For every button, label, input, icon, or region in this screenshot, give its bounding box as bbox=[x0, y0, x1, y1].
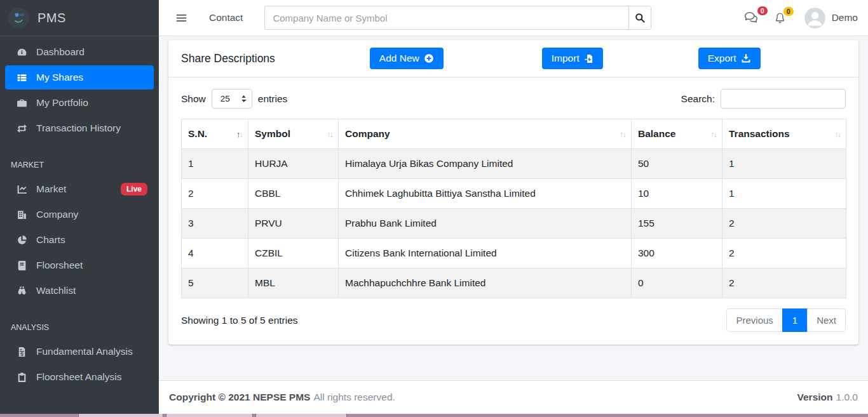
main-area: Contact 0 0 Demo bbox=[159, 0, 868, 414]
sidebar-item-fundamental-analysis[interactable]: Fundamental Analysis bbox=[5, 340, 154, 364]
sidebar-item-label: Floorsheet Analysis bbox=[36, 371, 121, 383]
brand-title: PMS bbox=[37, 11, 66, 25]
avatar bbox=[804, 8, 825, 29]
scrollbar-segment bbox=[255, 414, 347, 417]
table-row: 1 HURJA Himalaya Urja Bikas Company Limi… bbox=[182, 149, 846, 179]
cell-company: Chhimek Laghubitta Bittiya Sanstha Limit… bbox=[339, 179, 632, 209]
cell-symbol: HURJA bbox=[248, 149, 339, 179]
column-header-sn[interactable]: S.N.↑↓ bbox=[182, 119, 248, 149]
cell-company: Citizens Bank International Limited bbox=[339, 239, 632, 268]
sidebar-item-label: Fundamental Analysis bbox=[36, 346, 133, 357]
copyright-bold: Copyright © 2021 NEPSE PMS bbox=[169, 392, 310, 402]
previous-page-button[interactable]: Previous bbox=[726, 308, 782, 332]
cell-sn: 4 bbox=[182, 239, 248, 268]
sidebar-item-label: Company bbox=[36, 209, 78, 220]
topbar: Contact 0 0 Demo bbox=[159, 0, 868, 36]
export-button[interactable]: Export bbox=[698, 48, 761, 69]
add-new-label: Add New bbox=[379, 53, 419, 64]
table-header-row: S.N.↑↓ Symbol↑↓ Company↑↓ Balance↑↓ Tran… bbox=[182, 119, 846, 149]
sidebar-item-label: Watchlist bbox=[36, 285, 76, 296]
cell-balance: 155 bbox=[632, 209, 722, 239]
cell-company: Himalaya Urja Bikas Company Limited bbox=[339, 149, 632, 179]
messages-button[interactable]: 0 bbox=[740, 8, 763, 28]
import-button[interactable]: Import bbox=[542, 48, 603, 69]
page-length-control: Show 25 entries bbox=[181, 89, 287, 109]
shares-table: S.N.↑↓ Symbol↑↓ Company↑↓ Balance↑↓ Tran… bbox=[181, 119, 846, 298]
pagination: Previous 1 Next bbox=[726, 308, 846, 332]
column-header-balance[interactable]: Balance↑↓ bbox=[632, 119, 722, 149]
sidebar-item-dashboard[interactable]: Dashboard bbox=[5, 40, 154, 64]
hamburger-icon bbox=[175, 12, 187, 24]
company-search-group bbox=[264, 6, 651, 30]
app-window: PMS Dashboard My Shares My Portfolio Tra… bbox=[0, 0, 868, 417]
scrollbar-segment bbox=[166, 414, 253, 417]
table-footer: Showing 1 to 5 of 5 entries Previous 1 N… bbox=[181, 308, 846, 332]
chart-line-icon bbox=[15, 184, 28, 195]
card-body: Show 25 entries Search: bbox=[168, 77, 858, 345]
page-1-button[interactable]: 1 bbox=[782, 308, 808, 332]
topbar-right: 0 0 Demo bbox=[733, 8, 858, 29]
building-icon bbox=[15, 209, 28, 220]
version: Version1.0.0 bbox=[797, 392, 858, 403]
sidebar-item-label: Transaction History bbox=[36, 122, 121, 134]
sidebar-item-label: Floorsheet bbox=[36, 260, 83, 271]
sidebar-item-floorsheet-analysis[interactable]: Floorsheet Analysis bbox=[5, 365, 154, 389]
sidebar-item-company[interactable]: Company bbox=[5, 202, 154, 227]
book-icon bbox=[15, 260, 28, 271]
sidebar-item-my-shares[interactable]: My Shares bbox=[5, 65, 154, 89]
comments-icon bbox=[744, 11, 759, 24]
notifications-button[interactable]: 0 bbox=[771, 8, 789, 28]
horizontal-scrollbar[interactable] bbox=[0, 414, 868, 417]
export-label: Export bbox=[708, 53, 736, 64]
column-header-company[interactable]: Company↑↓ bbox=[339, 119, 632, 149]
contact-link[interactable]: Contact bbox=[209, 12, 243, 23]
cell-balance: 300 bbox=[632, 239, 722, 268]
page-length-select[interactable]: 25 bbox=[212, 89, 252, 109]
plus-circle-icon bbox=[424, 53, 434, 63]
sidebar-item-watchlist[interactable]: Watchlist bbox=[5, 279, 154, 303]
import-label: Import bbox=[552, 53, 580, 64]
sort-icon: ↑↓ bbox=[834, 129, 840, 139]
brand-link[interactable]: PMS bbox=[0, 0, 159, 36]
company-search-input[interactable] bbox=[264, 6, 628, 30]
sidebar-item-charts[interactable]: Charts bbox=[5, 228, 154, 252]
download-icon bbox=[741, 53, 751, 63]
content: Share Descriptions Add New Import Export bbox=[159, 36, 868, 345]
cell-transactions: 2 bbox=[722, 209, 846, 239]
show-label: Show bbox=[181, 93, 206, 105]
cell-sn: 5 bbox=[182, 268, 248, 298]
column-header-symbol[interactable]: Symbol↑↓ bbox=[248, 119, 339, 149]
entries-label: entries bbox=[258, 93, 288, 105]
sidebar-item-label: My Shares bbox=[36, 72, 83, 83]
sidebar-toggle-button[interactable] bbox=[173, 10, 190, 27]
table-search-input[interactable] bbox=[721, 89, 846, 109]
next-page-button[interactable]: Next bbox=[807, 308, 846, 332]
cell-transactions: 1 bbox=[722, 149, 846, 179]
cell-balance: 0 bbox=[632, 268, 722, 298]
sidebar-item-my-portfolio[interactable]: My Portfolio bbox=[5, 91, 154, 115]
file-import-icon bbox=[584, 54, 593, 63]
cell-transactions: 2 bbox=[722, 239, 846, 268]
cell-symbol: PRVU bbox=[248, 209, 339, 239]
sort-icon: ↑↓ bbox=[236, 129, 242, 139]
sidebar-item-floorsheet[interactable]: Floorsheet bbox=[5, 253, 154, 277]
search-label: Search: bbox=[681, 93, 715, 105]
table-controls: Show 25 entries Search: bbox=[181, 89, 846, 109]
card-header: Share Descriptions Add New Import Export bbox=[168, 40, 858, 77]
file-invoice-dollar-icon bbox=[15, 347, 28, 357]
sidebar-item-market[interactable]: Market Live bbox=[5, 177, 154, 201]
column-label: Balance bbox=[638, 128, 675, 139]
cell-transactions: 1 bbox=[722, 179, 846, 209]
stepper-icon bbox=[241, 95, 247, 103]
search-button[interactable] bbox=[628, 6, 651, 30]
sidebar-item-transaction-history[interactable]: Transaction History bbox=[5, 116, 154, 140]
sidebar-nav: Dashboard My Shares My Portfolio Transac… bbox=[0, 36, 159, 389]
version-label: Version bbox=[797, 392, 833, 402]
sort-icon: ↑↓ bbox=[620, 129, 625, 139]
column-header-transactions[interactable]: Transactions↑↓ bbox=[722, 119, 846, 149]
column-label: Symbol bbox=[255, 128, 290, 139]
add-new-button[interactable]: Add New bbox=[370, 48, 444, 69]
sidebar: PMS Dashboard My Shares My Portfolio Tra… bbox=[0, 0, 159, 414]
cell-sn: 2 bbox=[182, 179, 248, 209]
user-menu[interactable]: Demo bbox=[804, 8, 858, 29]
